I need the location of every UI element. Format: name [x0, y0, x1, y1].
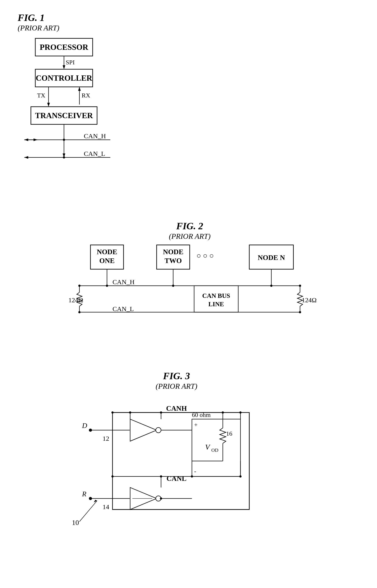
- svg-line-109: [79, 501, 97, 522]
- svg-point-83: [89, 497, 92, 500]
- fig2-title: FIG. 2: [57, 220, 322, 232]
- svg-text:12: 12: [103, 435, 109, 442]
- svg-point-57: [78, 311, 81, 313]
- svg-marker-18: [24, 138, 28, 141]
- svg-text:LINE: LINE: [209, 301, 224, 307]
- svg-marker-11: [78, 87, 81, 91]
- fig3-diagram: CANH CANL 60 ohm 16 + - V OD: [68, 395, 284, 549]
- svg-text:NODE: NODE: [163, 248, 183, 256]
- svg-point-91: [111, 475, 114, 477]
- svg-text:CAN_H: CAN_H: [113, 278, 135, 285]
- svg-point-56: [78, 285, 81, 287]
- svg-marker-19: [34, 138, 37, 141]
- svg-point-99: [111, 411, 114, 414]
- svg-point-58: [299, 285, 301, 287]
- fig3-section: FIG. 3 (PRIOR ART) CANH CANL 60 ohm 16 +…: [44, 370, 309, 549]
- svg-text:TWO: TWO: [165, 257, 182, 265]
- svg-text:OD: OD: [211, 447, 218, 453]
- svg-text:○  ○  ○: ○ ○ ○: [197, 251, 214, 260]
- svg-text:CAN_L: CAN_L: [113, 305, 134, 312]
- svg-point-59: [299, 311, 301, 313]
- fig1-diagram: PROCESSOR SPI CONTROLLER TX RX TRANSCEIV…: [18, 38, 132, 206]
- svg-text:SPI: SPI: [66, 59, 75, 66]
- svg-text:CAN_L: CAN_L: [84, 150, 105, 157]
- fig2-diagram: NODE ONE NODE TWO ○ ○ ○ NODE N CAN_H: [68, 245, 311, 338]
- svg-point-107: [129, 411, 131, 414]
- svg-text:TRANSCEIVER: TRANSCEIVER: [35, 111, 93, 120]
- fig1-title: FIG. 1: [18, 12, 146, 23]
- svg-text:CAN_H: CAN_H: [84, 132, 106, 140]
- svg-point-105: [160, 411, 162, 414]
- svg-text:NODE N: NODE N: [258, 254, 285, 261]
- svg-text:CANL: CANL: [166, 475, 187, 482]
- svg-text:TX: TX: [37, 92, 45, 99]
- svg-text:10: 10: [72, 519, 79, 527]
- fig2-subtitle: (PRIOR ART): [57, 232, 322, 240]
- svg-text:CONTROLLER: CONTROLLER: [36, 74, 93, 82]
- svg-text:RX: RX: [82, 92, 90, 99]
- svg-marker-3: [63, 65, 65, 69]
- svg-text:PROCESSOR: PROCESSOR: [40, 43, 88, 52]
- svg-marker-8: [47, 103, 50, 107]
- svg-text:-: -: [194, 468, 196, 475]
- fig1-subtitle: (PRIOR ART): [18, 24, 146, 32]
- svg-text:14: 14: [103, 503, 109, 510]
- svg-text:124Ω: 124Ω: [302, 296, 317, 304]
- svg-text:+: +: [194, 421, 198, 428]
- fig2-section: FIG. 2 (PRIOR ART) NODE ONE NODE TWO ○ ○…: [57, 220, 322, 338]
- svg-text:CANH: CANH: [166, 404, 187, 412]
- svg-text:R: R: [82, 490, 86, 498]
- svg-marker-24: [24, 156, 28, 159]
- svg-text:CAN BUS: CAN BUS: [202, 292, 230, 299]
- fig1-section: FIG. 1 (PRIOR ART) PROCESSOR SPI CONTROL…: [18, 12, 146, 207]
- svg-point-75: [89, 429, 92, 432]
- svg-point-26: [63, 139, 65, 141]
- fig3-title: FIG. 3: [44, 370, 309, 382]
- fig3-subtitle: (PRIOR ART): [44, 382, 309, 390]
- svg-text:NODE: NODE: [97, 248, 117, 256]
- svg-text:16: 16: [226, 430, 232, 437]
- svg-text:ONE: ONE: [99, 257, 115, 265]
- svg-point-87: [160, 498, 162, 500]
- svg-point-73: [156, 428, 161, 433]
- svg-point-27: [63, 156, 65, 158]
- svg-text:D: D: [82, 421, 87, 430]
- svg-text:124Ω: 124Ω: [68, 296, 83, 304]
